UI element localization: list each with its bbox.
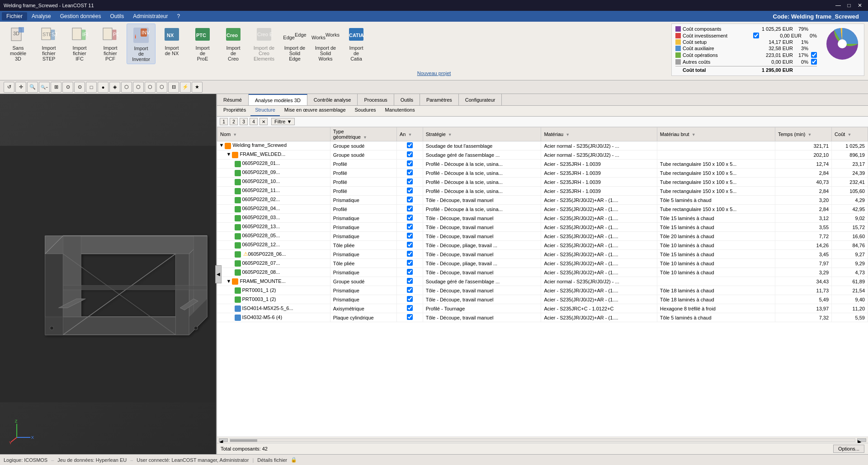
row-checkbox[interactable] [407, 278, 413, 284]
menu-help[interactable]: ? [173, 12, 185, 20]
col-an[interactable]: An ▼ [396, 127, 423, 141]
scroll-thumb[interactable] [230, 439, 257, 442]
table-row[interactable]: ⚠0605P0228_06...PrismatiqueTôle - Découp… [217, 250, 868, 259]
expand-icon[interactable]: ▼ [226, 151, 231, 157]
view-btn-edge[interactable]: ◈ [109, 82, 120, 93]
view-btn-shade1[interactable]: ⬡ [121, 82, 132, 93]
subtab-structure[interactable]: Structure [250, 106, 280, 116]
row-checkbox[interactable] [407, 260, 413, 266]
tab-processus[interactable]: Processus [358, 94, 394, 105]
row-checkbox[interactable] [407, 215, 413, 221]
close-button[interactable]: ✕ [855, 2, 864, 9]
table-row[interactable]: 0605P0228_12...Tôle pliéeTôle - Découpe,… [217, 241, 868, 250]
view-btn-zoom-fit[interactable]: ⊞ [51, 82, 61, 93]
btn-import-inventor[interactable]: i INV ImportdeInventor [127, 23, 156, 64]
scroll-left[interactable]: ◀ [219, 438, 228, 442]
btn-import-solidedge[interactable]: SolidEdge Edge Import deSolidEdge [280, 23, 309, 63]
col-cout[interactable]: Coût ▼ [832, 127, 868, 141]
tab-resume[interactable]: Résumé [217, 94, 249, 105]
btn-import-step[interactable]: STEP STP ImportfichierSTEP [34, 23, 63, 63]
page-btn-2[interactable]: 2 [230, 118, 238, 125]
table-row[interactable]: PRT0001_1 (2)PrismatiqueTôle - Découpe, … [217, 286, 868, 295]
tab-outils[interactable]: Outils [394, 94, 420, 105]
table-row[interactable]: 0605P0228_01...ProfiléProfilé - Découpe … [217, 160, 868, 169]
table-row[interactable]: ▼FRAME_MOUNTE...Groupe soudéSoudage géré… [217, 277, 868, 286]
row-checkbox[interactable] [407, 287, 413, 293]
tab-analyse-modeles-3d[interactable]: Analyse modèles 3D [249, 94, 307, 105]
btn-import-pcf[interactable]: PCF ImportfichierPCF [96, 23, 125, 63]
btn-import-proe[interactable]: PTC ImportdeProE [188, 23, 217, 63]
menu-outils[interactable]: Outils [105, 12, 128, 20]
row-checkbox[interactable] [407, 269, 413, 275]
cost-checkbox-investissement[interactable] [753, 33, 759, 38]
btn-import-solidworks[interactable]: SolidWorks Works Import deSolidWorks [311, 23, 340, 63]
view-btn-view2[interactable]: ⊙ [74, 82, 85, 93]
tab-controle-analyse[interactable]: Contrôle analyse [307, 94, 358, 105]
view-btn-rotate[interactable]: ↺ [4, 82, 14, 93]
btn-import-catia[interactable]: CATIA ImportdeCatia [342, 23, 371, 63]
tab-parametres[interactable]: Paramètres [420, 94, 459, 105]
scroll-right[interactable]: ▶ [857, 438, 866, 442]
scroll-track[interactable] [230, 438, 855, 442]
btn-import-nx[interactable]: NX Importde NX [157, 23, 186, 60]
subtab-soudures[interactable]: Soudures [350, 106, 381, 116]
options-button[interactable]: Options... [833, 445, 864, 453]
row-checkbox[interactable] [407, 233, 413, 239]
row-checkbox[interactable] [407, 160, 413, 166]
subtab-proprietes[interactable]: Propriétés [219, 106, 250, 116]
cost-checkbox-operations[interactable] [811, 52, 817, 58]
view-btn-pan[interactable]: ✛ [15, 82, 26, 93]
view-btn-sphere[interactable]: ● [98, 82, 108, 93]
view-btn-wire[interactable]: ⬡ [156, 82, 167, 93]
page-btn-3[interactable]: 3 [240, 118, 248, 125]
horizontal-scrollbar[interactable]: ◀ ▶ [217, 437, 868, 443]
col-name[interactable]: Nom ▼ [217, 127, 330, 141]
table-row[interactable]: 0605P0228_03...PrismatiqueTôle - Découpe… [217, 214, 868, 223]
expand-icon[interactable]: ▼ [219, 142, 224, 148]
table-row[interactable]: 0605P0228_11...ProfiléProfilé - Découpe … [217, 187, 868, 196]
view-btn-view1[interactable]: ⊙ [62, 82, 73, 93]
row-checkbox[interactable] [407, 296, 413, 302]
btn-import-creo[interactable]: Creo ImportdeCreo [219, 23, 248, 63]
table-row[interactable]: ▼Welding frame_ScrewedGroupe soudéSoudag… [217, 141, 868, 150]
col-strategie[interactable]: Stratégie ▼ [423, 127, 541, 141]
btn-import-creo-elements[interactable]: Creo El Import deCreoElements [250, 23, 278, 63]
nouveau-projet-link[interactable]: Nouveau projet [417, 70, 451, 76]
expand-icon[interactable]: ▼ [226, 278, 231, 284]
view-btn-shade2[interactable]: ⬡ [133, 82, 144, 93]
table-row[interactable]: 0605P0228_10...ProfiléProfilé - Découpe … [217, 178, 868, 187]
view-btn-box[interactable]: □ [86, 82, 97, 93]
page-btn-x[interactable]: ✕ [259, 118, 268, 125]
cost-checkbox-autres[interactable] [811, 59, 817, 65]
menu-fichier[interactable]: Fichier [2, 12, 27, 20]
btn-sans-modele-3d[interactable]: 3D Sansmodèle3D [4, 23, 33, 63]
filter-button[interactable]: Filtre ▼ [271, 118, 295, 125]
row-checkbox[interactable] [407, 197, 413, 202]
menu-gestion-donnees[interactable]: Gestion données [56, 12, 106, 20]
view-btn-shade3[interactable]: ⬡ [145, 82, 156, 93]
table-row[interactable]: ISO4032-M5-6 (4)Plaque cylindriqueTôle -… [217, 313, 868, 322]
tab-configurateur[interactable]: Configurateur [459, 94, 502, 105]
table-row[interactable]: PRT0003_1 (2)PrismatiqueTôle - Découpe, … [217, 295, 868, 304]
row-checkbox[interactable] [407, 142, 413, 148]
subtab-manutentions[interactable]: Manutentions [381, 106, 420, 116]
page-btn-1[interactable]: 1 [220, 118, 228, 125]
row-checkbox[interactable] [407, 224, 413, 230]
col-temps[interactable]: Temps (min) ▼ [775, 127, 831, 141]
btn-import-ifc[interactable]: IFC ImportfichierIFC [65, 23, 94, 63]
menu-administrateur[interactable]: Administrateur [128, 12, 172, 20]
maximize-button[interactable]: □ [844, 2, 854, 9]
view-btn-zoom-out[interactable]: 🔍− [39, 82, 50, 93]
row-checkbox[interactable] [407, 178, 413, 184]
collapse-panel-button[interactable]: ◀ [215, 265, 222, 283]
row-checkbox[interactable] [407, 151, 413, 157]
minimize-button[interactable]: — [834, 2, 843, 9]
table-row[interactable]: 0605P0228_08...PrismatiqueTôle - Découpe… [217, 268, 868, 277]
row-checkbox[interactable] [407, 314, 413, 320]
table-row[interactable]: 0605P0228_02...PrismatiqueTôle - Découpe… [217, 196, 868, 205]
data-table[interactable]: Nom ▼ Typegéométrique ▼ An ▼ Stratégie ▼… [217, 127, 868, 437]
subtab-mise-en-oeuvre[interactable]: Mise en œuvre assemblage [280, 106, 350, 116]
row-checkbox[interactable] [407, 305, 413, 311]
table-row[interactable]: ▼FRAME_WELDED...Groupe soudéSoudage géré… [217, 150, 868, 160]
view-btn-section[interactable]: ⊟ [168, 82, 179, 93]
